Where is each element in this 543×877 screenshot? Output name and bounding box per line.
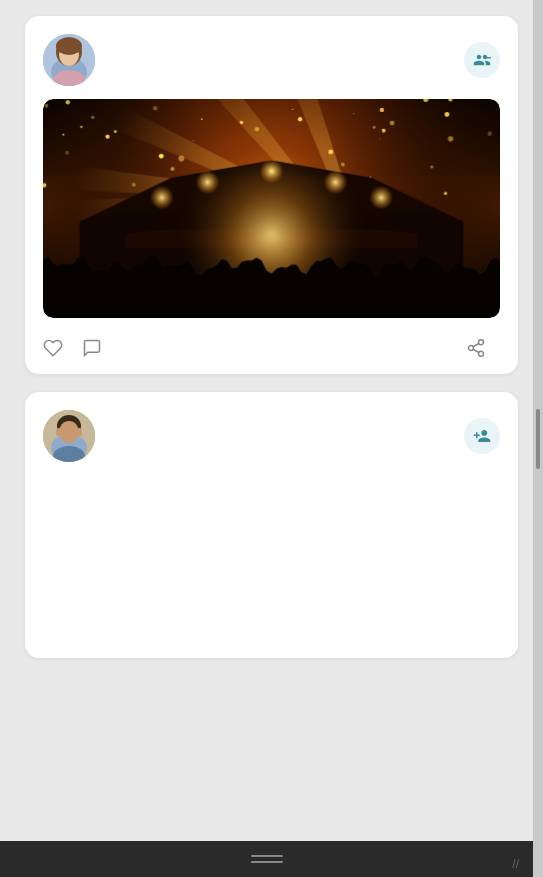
avatar-harvey (43, 410, 95, 462)
svg-point-7 (479, 339, 484, 344)
post-image-carly (43, 99, 500, 318)
comment-button-1[interactable] (82, 334, 115, 362)
svg-point-17 (76, 428, 82, 436)
user-info-carly (107, 59, 464, 61)
unfollow-button-carly[interactable] (464, 42, 500, 78)
follow-button-harvey[interactable] (464, 418, 500, 454)
add-user-icon (473, 427, 491, 445)
svg-point-16 (56, 428, 62, 436)
remove-user-icon (473, 51, 491, 69)
share-button-1[interactable] (466, 334, 494, 362)
heart-icon (43, 338, 63, 358)
scrollbar[interactable] (533, 0, 543, 877)
card-actions-1 (43, 330, 500, 362)
resize-handle-icon: // (512, 857, 519, 871)
share-icon (466, 338, 486, 358)
fireworks-canvas (43, 475, 500, 634)
like-button-1[interactable] (43, 334, 76, 362)
avatar-carly (43, 34, 95, 86)
concert-canvas (43, 99, 500, 318)
svg-line-10 (473, 349, 479, 352)
svg-point-4 (56, 37, 82, 55)
svg-line-11 (473, 343, 479, 346)
svg-point-9 (479, 351, 484, 356)
post-card-1 (25, 16, 518, 374)
comment-icon (82, 338, 102, 358)
svg-point-8 (469, 345, 474, 350)
card-header-1 (43, 34, 500, 86)
bottom-bar: // (0, 841, 533, 877)
user-info-harvey (107, 435, 464, 437)
card-header-2 (43, 410, 500, 462)
bottom-bar-handle (251, 855, 283, 863)
scrollbar-thumb (536, 409, 540, 469)
post-card-2 (25, 392, 518, 658)
post-image-harvey (43, 475, 500, 634)
